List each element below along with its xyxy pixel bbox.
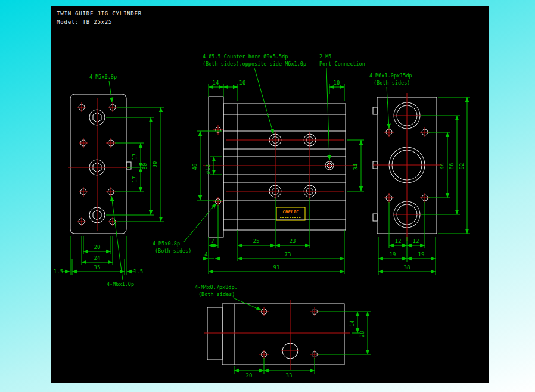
dim-90: 90: [152, 161, 158, 168]
dim-28: 28: [359, 331, 365, 338]
desktop-background: TWIN GUIDE JIG CYLINDER Model: TB 25x25: [0, 0, 535, 392]
dim-80: 80: [142, 163, 148, 170]
dim-66: 66: [449, 163, 455, 170]
callout-port-line1: 2-M5: [319, 54, 331, 60]
dim-19-left: 19: [390, 251, 396, 257]
dim-24: 24: [94, 255, 101, 261]
dim-14-top: 14: [349, 321, 355, 327]
dim-44: 44: [439, 163, 445, 170]
callout-port-line2: Port Connection: [319, 61, 365, 67]
dim-92: 92: [459, 163, 465, 170]
dim-17-lower: 17: [132, 176, 138, 183]
callout-side-m5-line2: (Both sides): [155, 248, 191, 254]
dim-20-top: 20: [246, 372, 253, 378]
dim-10-left: 10: [239, 80, 246, 86]
callout-front-m6: 4-M6x1.0p: [107, 281, 134, 287]
callout-m4-line1: 4-M4x0.7px8dp.: [195, 284, 238, 290]
dim-1-5-left: 1.5: [54, 269, 63, 275]
callout-m4-line2: (Both sides): [198, 291, 235, 297]
cad-viewport: TWIN GUIDE JIG CYLINDER Model: TB 25x25: [0, 0, 535, 392]
callout-front-m5: 4-M5x0.8p: [89, 74, 117, 80]
dim-73: 73: [285, 251, 291, 257]
callout-side-m5-line1: 4-M5x0.8p: [153, 241, 180, 247]
callout-end-m6-line2: (Both sides): [374, 80, 410, 86]
dim-38: 38: [404, 265, 410, 270]
dim-12-left: 12: [395, 238, 402, 244]
dim-17-upper: 17: [132, 154, 138, 160]
dim-35: 35: [94, 265, 101, 270]
callout-end-m6-line1: 4-M6x1.0px15dp: [369, 73, 412, 79]
dim-19-right: 19: [418, 251, 425, 257]
drawing-title: TWIN GUIDE JIG CYLINDER: [57, 11, 142, 17]
dim-12-right: 12: [413, 238, 419, 244]
dim-91: 91: [273, 265, 280, 270]
brand-logo: CHELIC: [282, 209, 299, 214]
drawing-model: Model: TB 25x25: [57, 19, 112, 25]
dim-33: 33: [286, 372, 293, 378]
dim-7: 7: [211, 238, 214, 244]
dim-20: 20: [94, 244, 101, 250]
dim-14: 14: [213, 80, 219, 86]
dim-1-5-right: 1.5: [133, 269, 143, 275]
dim-dia-12: ø12: [205, 164, 211, 174]
dim-23: 23: [290, 238, 296, 244]
dim-34: 34: [353, 164, 359, 170]
dim-4: 4: [204, 251, 207, 257]
dim-25: 25: [253, 238, 260, 244]
dim-10-right: 10: [334, 80, 340, 86]
dim-46: 46: [192, 164, 198, 170]
callout-cbore-line1: 4-Ø5.5 Counter bore Ø9x5.5dp: [203, 54, 288, 60]
callout-cbore-line2: (Both sides),opposite side M6x1.0p: [203, 61, 306, 67]
